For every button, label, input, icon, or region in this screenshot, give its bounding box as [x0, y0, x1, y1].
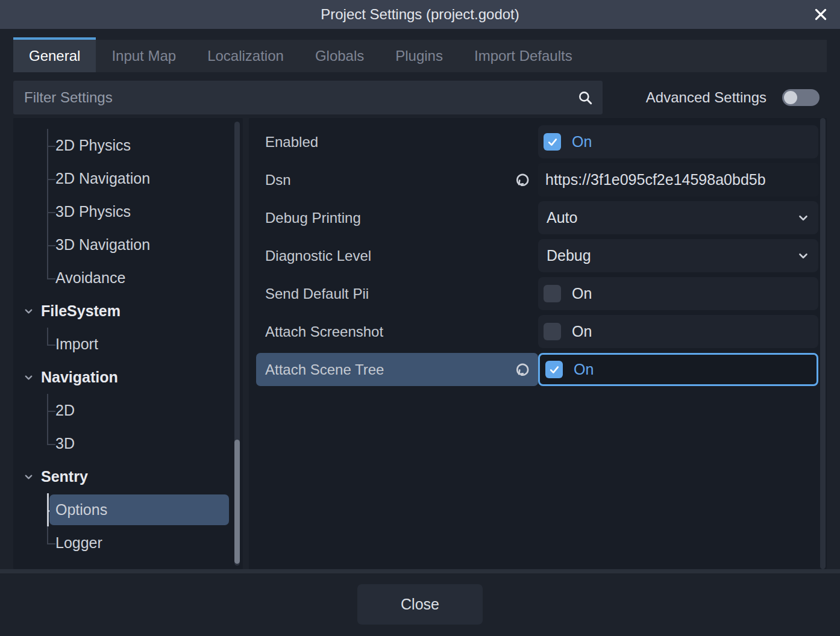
checkbox-state-label: On	[574, 361, 594, 378]
tab-label: Localization	[207, 48, 284, 64]
tab-bar: General Input Map Localization Globals P…	[13, 40, 827, 72]
close-icon[interactable]	[810, 4, 832, 25]
tree-scrollbar-grabber[interactable]	[234, 440, 240, 564]
diagnostic-level-dropdown[interactable]: Debug	[538, 239, 818, 272]
setting-label: Attach Screenshot	[265, 323, 383, 340]
tree-item-label: FileSystem	[41, 302, 121, 320]
tree-item-label: Options	[55, 501, 107, 519]
setting-row-send-default-pii: Send Default Pii On	[249, 277, 827, 310]
settings-rows: Enabled On Dsn https://3f1e095cf2e14598a…	[249, 118, 827, 386]
tree-item-3d-physics[interactable]: 3D Physics	[13, 195, 243, 228]
advanced-settings-label: Advanced Settings	[646, 89, 766, 106]
chevron-down-icon	[797, 249, 810, 263]
tree-item-sentry[interactable]: Sentry	[13, 460, 243, 493]
send-default-pii-checkbox-cell[interactable]: On	[538, 277, 818, 310]
tab-label: Import Defaults	[474, 48, 572, 64]
filter-settings-box	[13, 81, 603, 114]
setting-row-diagnostic-level: Diagnostic Level Debug	[249, 239, 827, 272]
dsn-value: https://3f1e095cf2e14598a0bd5b	[545, 171, 766, 189]
search-icon	[577, 90, 593, 105]
revert-icon[interactable]	[514, 361, 531, 378]
advanced-settings-group: Advanced Settings	[646, 81, 820, 114]
setting-label: Dsn	[265, 172, 291, 189]
tree-item-2d[interactable]: 2D	[13, 394, 243, 427]
tree-item-label: Import	[55, 335, 98, 353]
tab-import-defaults[interactable]: Import Defaults	[459, 40, 588, 72]
tree-item-navigation[interactable]: Navigation	[13, 361, 243, 394]
setting-row-attach-scene-tree: Attach Scene Tree On	[249, 353, 827, 386]
debug-printing-dropdown[interactable]: Auto	[538, 201, 818, 234]
checkbox-unchecked-icon[interactable]	[544, 285, 561, 302]
panel-bottom-divider	[0, 569, 840, 573]
checkbox-checked-icon[interactable]	[544, 133, 561, 151]
tree-item-label: Sentry	[41, 468, 88, 485]
chevron-down-icon[interactable]	[23, 372, 34, 383]
checkbox-state-label: On	[572, 323, 592, 340]
settings-tree-panel: 2D Physics 2D Navigation 3D Physics 3D N…	[13, 118, 243, 569]
tree-item-2d-physics[interactable]: 2D Physics	[13, 129, 243, 162]
tab-plugins[interactable]: Plugins	[380, 40, 459, 72]
tree-item-2d-navigation[interactable]: 2D Navigation	[13, 162, 243, 195]
settings-detail-panel: Enabled On Dsn https://3f1e095cf2e14598a…	[249, 118, 827, 569]
attach-screenshot-checkbox-cell[interactable]: On	[538, 315, 818, 348]
filter-settings-input[interactable]	[13, 81, 577, 114]
tab-label: General	[29, 48, 80, 64]
checkbox-unchecked-icon[interactable]	[544, 323, 561, 340]
advanced-settings-toggle[interactable]	[782, 89, 820, 106]
checkbox-checked-icon[interactable]	[545, 361, 563, 378]
chevron-down-icon[interactable]	[23, 305, 34, 317]
chevron-down-icon[interactable]	[23, 471, 34, 482]
tree-item-import[interactable]: Import	[13, 328, 243, 361]
close-button[interactable]: Close	[357, 584, 483, 625]
setting-row-enabled: Enabled On	[249, 125, 827, 158]
tree-item-label: Logger	[55, 534, 102, 552]
dropdown-value: Auto	[547, 209, 577, 226]
dsn-text-input[interactable]: https://3f1e095cf2e14598a0bd5b	[538, 163, 818, 196]
settings-scrollbar-track[interactable]	[820, 118, 826, 569]
titlebar: Project Settings (project.godot)	[0, 0, 840, 29]
tab-label: Input Map	[111, 48, 176, 64]
tab-label: Globals	[315, 48, 364, 64]
setting-label: Send Default Pii	[265, 285, 369, 302]
chevron-down-icon	[797, 211, 810, 225]
enabled-checkbox-cell[interactable]: On	[538, 125, 818, 158]
tree-item-logger[interactable]: Logger	[13, 526, 243, 560]
setting-label: Diagnostic Level	[265, 248, 371, 264]
tree-item-label: 2D	[55, 402, 75, 419]
tree-item-3d[interactable]: 3D	[13, 427, 243, 460]
checkbox-state-label: On	[572, 285, 592, 302]
setting-row-dsn: Dsn https://3f1e095cf2e14598a0bd5b	[249, 163, 827, 196]
settings-tree: 2D Physics 2D Navigation 3D Physics 3D N…	[13, 118, 243, 560]
project-settings-dialog: Project Settings (project.godot) General…	[0, 0, 840, 636]
tree-item-label: 2D Navigation	[55, 170, 150, 187]
tree-item-label: Navigation	[41, 369, 118, 386]
tree-item-3d-navigation[interactable]: 3D Navigation	[13, 228, 243, 261]
setting-label: Debug Printing	[265, 210, 361, 226]
tab-input-map[interactable]: Input Map	[96, 40, 192, 72]
tree-item-options-selected[interactable]: Options	[13, 493, 243, 526]
setting-row-attach-screenshot: Attach Screenshot On	[249, 315, 827, 348]
tab-localization[interactable]: Localization	[192, 40, 299, 72]
tab-globals[interactable]: Globals	[299, 40, 380, 72]
tree-item-label: 3D Physics	[55, 203, 131, 220]
setting-label: Attach Scene Tree	[265, 361, 384, 378]
dialog-title: Project Settings (project.godot)	[321, 6, 519, 23]
checkbox-state-label: On	[572, 133, 592, 151]
attach-scene-tree-checkbox-cell[interactable]: On	[538, 353, 818, 386]
setting-row-debug-printing: Debug Printing Auto	[249, 201, 827, 234]
setting-label: Enabled	[265, 134, 318, 151]
toggle-knob	[784, 91, 797, 104]
tree-item-label: 3D	[55, 435, 75, 452]
tree-item-filesystem[interactable]: FileSystem	[13, 295, 243, 328]
tree-item-avoidance[interactable]: Avoidance	[13, 261, 243, 295]
dropdown-value: Debug	[547, 247, 591, 264]
tab-general[interactable]: General	[13, 40, 96, 72]
tree-item-label: 2D Physics	[55, 137, 131, 154]
tree-item-label: 3D Navigation	[55, 236, 150, 254]
revert-icon[interactable]	[514, 172, 531, 189]
tree-item-label: Avoidance	[55, 269, 125, 287]
tab-label: Plugins	[395, 48, 443, 64]
